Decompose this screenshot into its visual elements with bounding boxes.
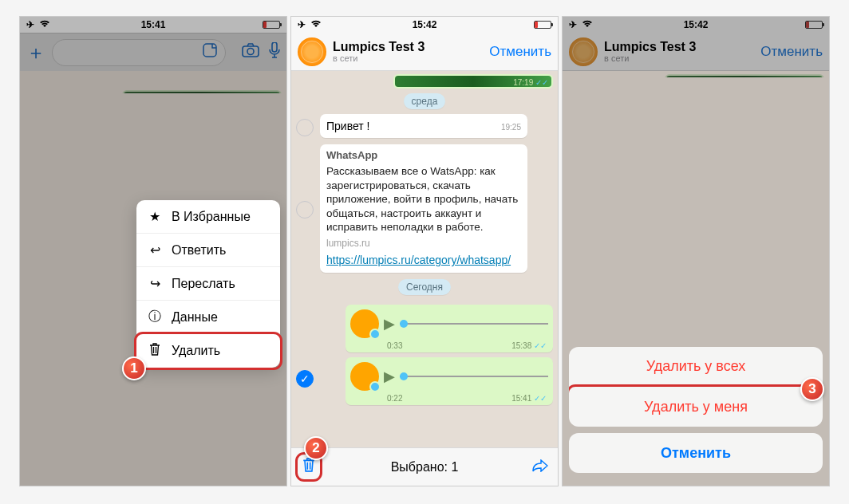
action-sheet-cancel[interactable]: Отменить	[569, 433, 823, 473]
delete-for-everyone[interactable]: Удалить у всех	[569, 347, 823, 387]
date-separator: среда	[404, 93, 446, 109]
menu-reply[interactable]: ↩ Ответить	[136, 234, 280, 267]
context-menu: ★ В Избранные ↩ Ответить ↪ Переслать ⓘ Д…	[136, 200, 280, 368]
cancel-button[interactable]: Отменить	[489, 44, 551, 60]
preview-body: Рассказываем все о WatsApp: как зарегист…	[326, 164, 521, 234]
battery-icon	[534, 21, 551, 29]
chat-nav: Lumpics Test 3 в сети Отменить	[291, 33, 558, 71]
preview-site: lumpics.ru	[326, 238, 521, 250]
status-bar: ✈︎ 15:42	[291, 17, 558, 33]
menu-delete[interactable]: Удалить	[136, 334, 280, 368]
menu-forward[interactable]: ↪ Переслать	[136, 267, 280, 301]
messages-area: 17:19 ✓✓ среда Привет ! 19:25 WhatsApp Р…	[291, 71, 558, 447]
delete-for-me[interactable]: Удалить у меня	[569, 387, 823, 427]
star-icon: ★	[148, 209, 162, 224]
chat-status: в сети	[333, 53, 424, 63]
selected-count: Выбрано: 1	[320, 460, 529, 474]
screenshot-3: ✈︎ 15:42 Lumpics Test 3 в сети Отменить …	[562, 16, 830, 486]
chat-title[interactable]: Lumpics Test 3	[333, 41, 424, 53]
select-radio[interactable]	[296, 119, 314, 136]
reply-icon: ↩	[148, 242, 162, 258]
voice-message-2-selected[interactable]: ▶ 0:2215:41 ✓✓	[346, 357, 553, 405]
date-separator: Сегодня	[398, 279, 451, 295]
message-link[interactable]: https://lumpics.ru/category/whatsapp/	[326, 253, 521, 267]
incoming-message[interactable]: Привет ! 19:25	[320, 114, 527, 138]
status-time: 15:42	[291, 19, 558, 30]
step-badge-2: 2	[304, 436, 328, 460]
forward-icon: ↪	[148, 276, 162, 291]
voice-track[interactable]	[400, 323, 548, 325]
voice-avatar	[350, 362, 379, 391]
voice-track[interactable]	[400, 376, 548, 377]
info-icon: ⓘ	[148, 309, 162, 325]
selection-toolbar: Выбрано: 1	[291, 447, 558, 486]
play-icon[interactable]: ▶	[384, 315, 395, 333]
preview-title: WhatsApp	[326, 149, 521, 163]
select-radio[interactable]	[296, 201, 314, 219]
forward-button[interactable]	[529, 455, 551, 479]
image-message[interactable]: 17:19 ✓✓	[393, 74, 553, 89]
action-sheet: Удалить у всех Удалить у меня Отменить	[569, 347, 823, 479]
trash-icon	[148, 343, 162, 359]
step-badge-3: 3	[800, 377, 824, 401]
avatar[interactable]	[298, 37, 326, 66]
incoming-link-message[interactable]: WhatsApp Рассказываем все о WatsApp: как…	[320, 144, 527, 272]
voice-avatar	[350, 309, 379, 338]
play-icon[interactable]: ▶	[384, 368, 395, 385]
screenshot-1: ✈︎ 15:41 ‹ Lumpics Test 3 в сети 17:19 ✓…	[19, 16, 287, 486]
screenshot-2: ✈︎ 15:42 Lumpics Test 3 в сети Отменить …	[290, 16, 559, 486]
menu-info[interactable]: ⓘ Данные	[136, 301, 280, 334]
step-badge-1: 1	[122, 356, 146, 380]
menu-favorite[interactable]: ★ В Избранные	[136, 200, 280, 234]
select-radio-checked[interactable]	[296, 370, 314, 388]
voice-message-1[interactable]: ▶ 0:3315:38 ✓✓	[346, 305, 553, 352]
